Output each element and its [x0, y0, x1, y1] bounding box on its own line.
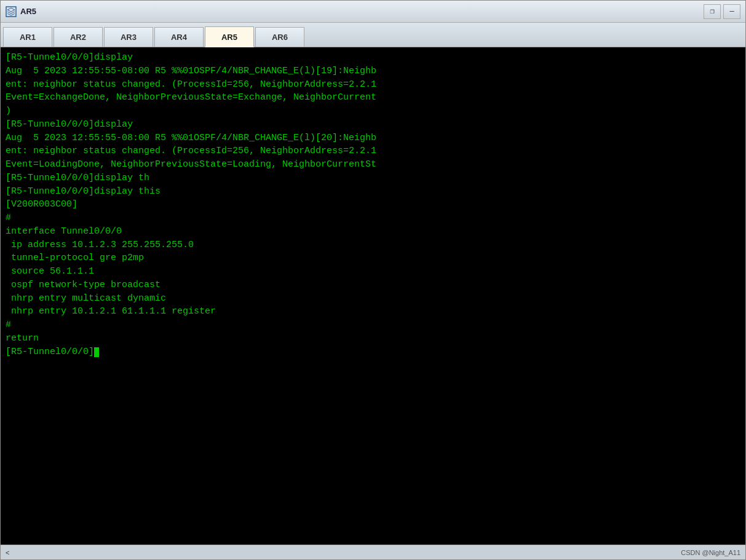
tab-ar3[interactable]: AR3	[104, 27, 153, 47]
tab-ar2[interactable]: AR2	[54, 27, 103, 47]
tab-ar1[interactable]: AR1	[3, 27, 52, 47]
scroll-indicator: <	[6, 549, 9, 556]
restore-button[interactable]: ❐	[704, 4, 721, 19]
main-window: AR5 ❐ ─ AR1AR2AR3AR4AR5AR6 [R5-Tunnel0/0…	[0, 0, 746, 560]
tab-ar4[interactable]: AR4	[154, 27, 204, 47]
tab-ar6[interactable]: AR6	[255, 27, 304, 47]
app-icon	[6, 6, 17, 17]
terminal-output: [R5-Tunnel0/0/0]display Aug 5 2023 12:55…	[6, 51, 740, 358]
window-title: AR5	[20, 7, 36, 16]
tab-ar5[interactable]: AR5	[205, 26, 254, 47]
status-bar: < CSDN @Night_A11	[1, 545, 745, 559]
watermark: CSDN @Night_A11	[681, 549, 740, 556]
title-bar-left: AR5	[6, 6, 36, 17]
window-controls: ❐ ─	[704, 4, 740, 19]
terminal-area[interactable]: [R5-Tunnel0/0/0]display Aug 5 2023 12:55…	[1, 47, 745, 545]
minimize-button[interactable]: ─	[723, 4, 740, 19]
title-bar: AR5 ❐ ─	[1, 1, 745, 23]
tab-bar: AR1AR2AR3AR4AR5AR6	[1, 23, 745, 47]
